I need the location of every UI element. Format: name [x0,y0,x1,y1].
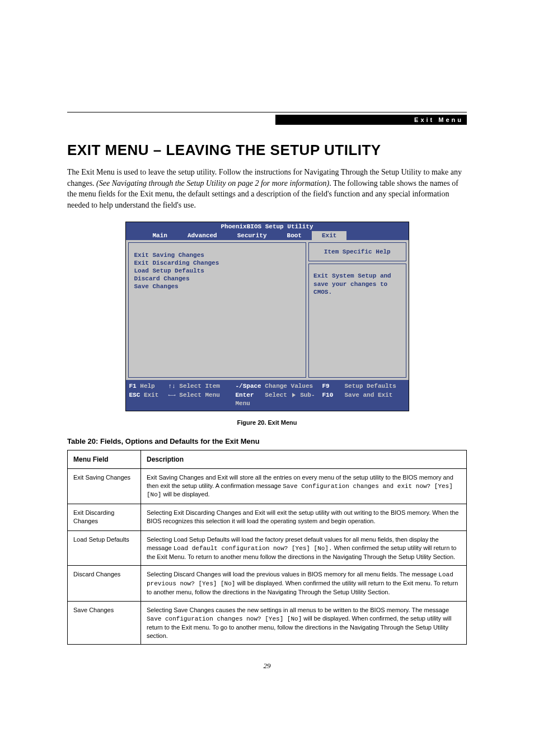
cell-field: Load Setup Defaults [68,530,141,566]
cell-desc: Selecting Load Setup Defaults will load … [141,530,467,566]
bios-footer: F1 Help ↑↓ Select Item -/Space Change Va… [126,380,409,410]
f1-label: Help [140,383,154,389]
f10-label: Save and Exit [345,391,393,408]
select-item-label: Select Item [179,383,220,389]
menu-item-load-defaults[interactable]: Load Setup Defaults [134,267,301,274]
cell-field: Exit Saving Changes [68,468,141,504]
desc-a: Selecting Exit Discarding Changes and Ex… [147,509,458,524]
esc-label: Exit [144,392,158,398]
th-menu-field: Menu Field [68,450,141,468]
triangle-right-icon [292,393,296,397]
arrows-ud-icon: ↑↓ [168,383,176,389]
menu-item-exit-saving[interactable]: Exit Saving Changes [134,252,301,259]
cell-field: Exit Discarding Changes [68,504,141,531]
select-menu-label: Select Menu [179,392,220,398]
breadcrumb: Exit Menu [275,115,467,125]
table-row: Discard Changes Selecting Discard Change… [68,566,467,602]
figure-caption: Figure 20. Exit Menu [67,419,467,426]
menu-item-save-changes[interactable]: Save Changes [134,283,301,290]
f1-key: F1 [129,383,137,389]
tab-security[interactable]: Security [227,231,277,240]
cell-desc: Selecting Save Changes causes the new se… [141,602,467,645]
tab-boot[interactable]: Boot [277,231,312,240]
esc-key: ESC [129,392,140,398]
table-row: Exit Discarding Changes Selecting Exit D… [68,504,467,531]
page-number: 29 [67,661,467,670]
bios-tabs: Main Advanced Security Boot Exit [126,231,409,240]
cell-desc: Selecting Discard Changes will load the … [141,566,467,602]
cell-desc: Selecting Exit Discarding Changes and Ex… [141,504,467,531]
page-title: EXIT MENU – LEAVING THE SETUP UTILITY [67,142,467,159]
bios-help-body: Exit System Setup and save your changes … [308,264,406,378]
bios-menu-list: Exit Saving Changes Exit Discarding Chan… [128,242,307,378]
tab-exit[interactable]: Exit [312,231,346,240]
change-values-label: Change Values [265,383,313,389]
tab-advanced[interactable]: Advanced [177,231,227,240]
bios-help-title: Item Specific Help [308,242,406,261]
tab-main[interactable]: Main [143,231,177,240]
th-description: Description [141,450,467,468]
arrows-lr-icon: ←→ [168,392,176,398]
desc-a: Selecting Discard Changes will load the … [147,571,438,577]
f10-key: F10 [322,391,345,408]
table-row: Save Changes Selecting Save Changes caus… [68,602,467,645]
table-title: Table 20: Fields, Options and Defaults f… [67,437,467,445]
select-sub-label: Select [265,392,287,398]
bios-screenshot: PhoenixBIOS Setup Utility Main Advanced … [125,222,409,411]
menu-item-exit-discarding[interactable]: Exit Discarding Changes [134,260,301,266]
cell-desc: Exit Saving Changes and Exit will store … [141,468,467,504]
bios-help-panel: Item Specific Help Exit System Setup and… [308,242,406,378]
intro-paragraph: The Exit Menu is used to leave the setup… [67,167,467,210]
f9-label: Setup Defaults [345,382,396,391]
cell-field: Discard Changes [68,566,141,602]
desc-a: Selecting Save Changes causes the new se… [147,607,449,613]
table-row: Exit Saving Changes Exit Saving Changes … [68,468,467,504]
desc-b: will be displayed. [161,491,209,497]
desc-code: Load default configuration now? [Yes] [N… [174,545,332,552]
table-row: Load Setup Defaults Selecting Load Setup… [68,530,467,566]
cell-field: Save Changes [68,602,141,645]
bios-title: PhoenixBIOS Setup Utility [126,222,409,231]
enter-key: Enter [236,392,254,398]
fields-table: Menu Field Description Exit Saving Chang… [67,450,467,645]
desc-code: Save configuration changes now? [Yes] [N… [147,616,302,622]
intro-see-ref: (See Navigating through the Setup Utilit… [96,179,329,187]
menu-item-discard-changes[interactable]: Discard Changes [134,275,301,282]
minus-space-key: -/Space [236,383,261,389]
header-band: Exit Menu [67,112,467,125]
header-rule [67,112,467,112]
f9-key: F9 [322,382,345,391]
bios-body: Exit Saving Changes Exit Discarding Chan… [126,240,409,380]
